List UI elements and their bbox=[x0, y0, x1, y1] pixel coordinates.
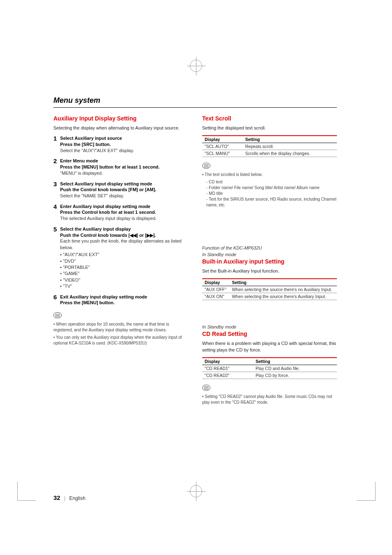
th-setting: Setting bbox=[229, 279, 337, 286]
crop-corner-br bbox=[357, 482, 376, 501]
table-row: "AUX ON" When selecting the source there… bbox=[202, 293, 337, 300]
cd-read-table: Display Setting "CD READ1" Play CD and A… bbox=[202, 357, 337, 379]
cell-setting: Repeats scroll. bbox=[243, 143, 337, 150]
step-head: Select Auxiliary input display setting m… bbox=[60, 181, 188, 187]
step-4: 4 Enter Auxiliary input display setting … bbox=[53, 204, 188, 222]
step-sub: Push the Control knob towards [◀◀] or [▶… bbox=[60, 232, 188, 238]
table-row: "SCL AUTO" Repeats scroll. bbox=[202, 143, 337, 150]
table-row: "CD READ1" Play CD and Audio file. bbox=[202, 365, 337, 372]
step-head: Exit Auxiliary input display setting mod… bbox=[60, 294, 188, 300]
left-column: Auxiliary Input Display Setting Selectin… bbox=[53, 115, 188, 407]
bullet-item: "AUX"/"AUX EXT" bbox=[60, 252, 188, 258]
section-title-builtin-aux: Built-in Auxiliary input Setting bbox=[202, 258, 337, 265]
th-display: Display bbox=[202, 358, 253, 365]
cell-setting: Scrolls when the display changes. bbox=[243, 150, 337, 157]
note-icon bbox=[202, 385, 210, 391]
registration-mark-bottom bbox=[190, 485, 202, 497]
th-display: Display bbox=[202, 136, 243, 143]
page-rule bbox=[53, 107, 337, 108]
page-footer: 32 | English bbox=[53, 494, 85, 501]
step-head: Select Auxiliary input source bbox=[60, 135, 188, 141]
step-sub: Press the [SRC] button. bbox=[60, 141, 188, 148]
section-lead: When there is a problem with playing a C… bbox=[202, 340, 337, 353]
step-number: 4 bbox=[53, 204, 57, 222]
th-display: Display bbox=[202, 279, 229, 286]
page-title: Menu system bbox=[53, 96, 337, 105]
step-number: 2 bbox=[53, 158, 57, 176]
step-sub: Press the [MENU] button for at least 1 s… bbox=[60, 164, 188, 170]
step-1: 1 Select Auxiliary input source Press th… bbox=[53, 135, 188, 154]
registration-mark-top bbox=[190, 60, 202, 72]
note-block: When operation stops for 10 seconds, the… bbox=[53, 321, 188, 346]
step-text: The selected Auxiliary input display is … bbox=[60, 215, 188, 222]
note-item: You can only set the Auxiliary input dis… bbox=[53, 335, 188, 346]
note-item: Setting "CD READ2" cannot play Audio fil… bbox=[202, 394, 337, 405]
step-5: 5 Select the Auxiliary input display Pus… bbox=[53, 226, 188, 290]
th-setting: Setting bbox=[243, 136, 337, 143]
cell-display: "AUX OFF" bbox=[202, 286, 229, 293]
note-block: The text scrolled is listed below. CD te… bbox=[202, 172, 337, 208]
table-row: "SCL MANU" Scrolls when the display chan… bbox=[202, 150, 337, 157]
step-sub: Press the [MENU] button. bbox=[60, 300, 188, 306]
section-lead: Set the Built-in Auxiliary Input functio… bbox=[202, 268, 337, 274]
cell-display: "SCL AUTO" bbox=[202, 143, 243, 150]
section-context: In Standby mode bbox=[202, 252, 337, 258]
cell-display: "CD READ2" bbox=[202, 372, 253, 379]
th-setting: Setting bbox=[253, 358, 337, 365]
crop-corner-bl bbox=[17, 482, 36, 501]
step-text: Each time you push the knob, the display… bbox=[60, 238, 188, 251]
step-head: Select the Auxiliary input display bbox=[60, 226, 188, 232]
step-6: 6 Exit Auxiliary input display setting m… bbox=[53, 294, 188, 306]
note-subitem: CD text bbox=[202, 179, 337, 185]
step-2: 2 Enter Menu mode Press the [MENU] butto… bbox=[53, 158, 188, 176]
section-context: In Standby mode bbox=[202, 324, 337, 330]
step-number: 6 bbox=[53, 294, 57, 306]
step-text: "MENU" is displayed. bbox=[60, 170, 188, 176]
table-row: "CD READ2" Play CD by force. bbox=[202, 372, 337, 379]
note-item: When operation stops for 10 seconds, the… bbox=[53, 321, 188, 333]
section-context: Function of the KDC-MP632U bbox=[202, 245, 337, 251]
bullet-item: "VIDEO" bbox=[60, 277, 188, 283]
cell-setting: Play CD by force. bbox=[253, 372, 337, 379]
note-subitem: Folder name/ File name/ Song title/ Arti… bbox=[202, 185, 337, 191]
cell-display: "SCL MANU" bbox=[202, 150, 243, 157]
section-title-cd-read: CD Read Setting bbox=[202, 331, 337, 337]
step-head: Enter Menu mode bbox=[60, 158, 188, 164]
footer-lang: English bbox=[69, 495, 85, 501]
step-bullets: "AUX"/"AUX EXT" "DVD" "PORTABLE" "GAME" … bbox=[60, 252, 188, 289]
step-3: 3 Select Auxiliary input display setting… bbox=[53, 181, 188, 199]
cell-display: "AUX ON" bbox=[202, 293, 229, 300]
page-number: 32 bbox=[53, 494, 60, 501]
step-text: Select the "NAME SET" display. bbox=[60, 193, 188, 199]
cell-setting: When selecting the source there's no Aux… bbox=[229, 286, 337, 293]
step-number: 3 bbox=[53, 181, 57, 199]
step-number: 1 bbox=[53, 135, 57, 154]
bullet-item: "GAME" bbox=[60, 271, 188, 277]
section-title-aux-display: Auxiliary Input Display Setting bbox=[53, 115, 188, 122]
section-lead: Setting the displayed text scroll. bbox=[202, 125, 337, 131]
note-icon bbox=[202, 163, 210, 169]
note-icon bbox=[53, 312, 62, 318]
step-number: 5 bbox=[53, 226, 57, 290]
cell-setting: Play CD and Audio file. bbox=[253, 365, 337, 372]
step-head: Enter Auxiliary input display setting mo… bbox=[60, 204, 188, 210]
table-row: "AUX OFF" When selecting the source ther… bbox=[202, 286, 337, 293]
step-text: Select the "AUX"/"AUX EXT" display. bbox=[60, 148, 188, 154]
section-title-text-scroll: Text Scroll bbox=[202, 115, 337, 122]
note-item: The text scrolled is listed below. bbox=[202, 172, 337, 178]
bullet-item: "TV" bbox=[60, 283, 188, 289]
builtin-aux-table: Display Setting "AUX OFF" When selecting… bbox=[202, 278, 337, 300]
text-scroll-table: Display Setting "SCL AUTO" Repeats scrol… bbox=[202, 135, 337, 157]
note-block: Setting "CD READ2" cannot play Audio fil… bbox=[202, 394, 337, 405]
note-subitem: MD title bbox=[202, 191, 337, 197]
section-lead: Selecting the display when alternating t… bbox=[53, 125, 188, 131]
note-subitem: Text for the SIRIUS tuner source, HD Rad… bbox=[202, 197, 337, 208]
step-sub: Push the Control knob towards [FM] or [A… bbox=[60, 187, 188, 193]
step-sub: Press the Control knob for at least 1 se… bbox=[60, 209, 188, 215]
bullet-item: "DVD" bbox=[60, 258, 188, 264]
right-column: Text Scroll Setting the displayed text s… bbox=[202, 115, 337, 407]
footer-separator: | bbox=[64, 495, 65, 501]
cell-setting: When selecting the source there's Auxili… bbox=[229, 293, 337, 300]
bullet-item: "PORTABLE" bbox=[60, 264, 188, 271]
cell-display: "CD READ1" bbox=[202, 365, 253, 372]
